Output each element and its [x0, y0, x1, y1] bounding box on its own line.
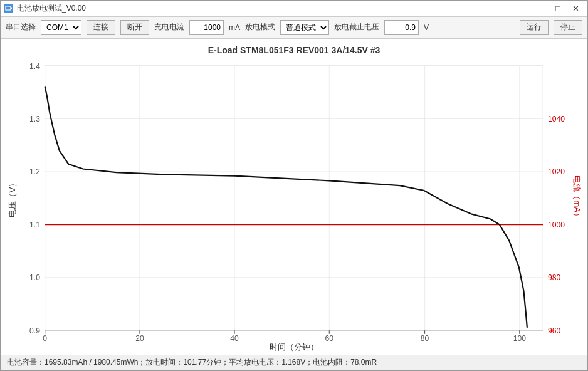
app-icon [4, 4, 13, 13]
svg-rect-2 [6, 7, 9, 9]
svg-text:电压（V）: 电压（V） [8, 179, 17, 217]
window-controls: — □ ✕ [532, 2, 584, 14]
svg-text:1.2: 1.2 [29, 167, 40, 176]
svg-text:电流（mA）: 电流（mA） [572, 175, 581, 221]
svg-text:1.3: 1.3 [29, 115, 40, 123]
svg-text:0: 0 [43, 334, 47, 343]
port-label: 串口选择 [6, 22, 36, 33]
status-bar: 电池容量：1695.83mAh / 1980.45mWh；放电时间：101.77… [1, 355, 587, 371]
title-bar: 电池放电测试_V0.00 — □ ✕ [1, 1, 587, 17]
chart-svg: 0.9 1.0 1.1 1.2 1.3 1.4 960 980 1000 102… [7, 59, 581, 352]
svg-text:1000: 1000 [548, 221, 565, 229]
maximize-button[interactable]: □ [550, 2, 566, 14]
svg-text:1.1: 1.1 [29, 221, 40, 229]
charge-current-unit: mA [229, 23, 240, 32]
window-title: 电池放电测试_V0.00 [17, 3, 86, 14]
svg-text:100: 100 [513, 334, 526, 343]
disconnect-button[interactable]: 断开 [120, 20, 149, 35]
svg-text:960: 960 [548, 327, 560, 335]
close-button[interactable]: ✕ [567, 2, 584, 14]
port-select[interactable]: COM1 COM2 COM3 [41, 20, 81, 35]
cutoff-voltage-input[interactable] [384, 20, 419, 35]
discharge-mode-select[interactable]: 普通模式 快速模式 [280, 20, 329, 35]
svg-text:时间（分钟）: 时间（分钟） [270, 342, 318, 351]
svg-text:1.0: 1.0 [29, 273, 40, 282]
svg-text:0.9: 0.9 [29, 327, 40, 335]
charge-current-input[interactable] [189, 20, 224, 35]
status-text: 电池容量：1695.83mAh / 1980.45mWh；放电时间：101.77… [7, 357, 377, 368]
main-window: 电池放电测试_V0.00 — □ ✕ 串口选择 COM1 COM2 COM3 连… [0, 0, 588, 371]
svg-text:980: 980 [548, 273, 560, 282]
svg-text:80: 80 [421, 334, 429, 343]
run-button[interactable]: 运行 [520, 20, 549, 35]
chart-container: 0.9 1.0 1.1 1.2 1.3 1.4 960 980 1000 102… [7, 59, 581, 352]
svg-text:60: 60 [325, 334, 334, 343]
svg-rect-1 [11, 8, 12, 9]
svg-text:40: 40 [230, 334, 239, 343]
svg-text:1040: 1040 [548, 115, 565, 123]
discharge-mode-label: 放电模式 [245, 22, 275, 33]
toolbar: 串口选择 COM1 COM2 COM3 连接 断开 充电电流 mA 放电模式 普… [1, 17, 587, 39]
chart-area: E-Load STM8L051F3 REV001 3A/14.5V #3 [1, 39, 587, 355]
minimize-button[interactable]: — [532, 2, 549, 14]
cutoff-voltage-unit: V [424, 23, 429, 32]
title-bar-left: 电池放电测试_V0.00 [4, 3, 86, 14]
cutoff-voltage-label: 放电截止电压 [334, 22, 379, 33]
svg-text:1020: 1020 [548, 167, 565, 176]
stop-button[interactable]: 停止 [554, 20, 582, 35]
chart-title: E-Load STM8L051F3 REV001 3A/14.5V #3 [7, 45, 581, 55]
svg-rect-3 [45, 66, 543, 330]
charge-current-label: 充电电流 [154, 22, 184, 33]
connect-button[interactable]: 连接 [87, 20, 115, 35]
svg-text:20: 20 [135, 334, 144, 343]
svg-text:1.4: 1.4 [29, 62, 40, 71]
